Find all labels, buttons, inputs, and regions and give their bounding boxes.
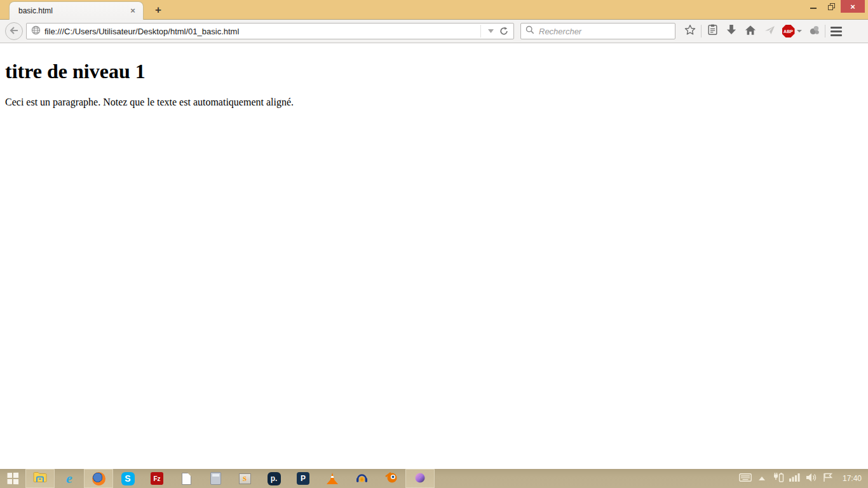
restore-button[interactable] bbox=[822, 0, 841, 13]
adblock-dropdown-icon bbox=[797, 30, 802, 32]
network-status[interactable] bbox=[787, 469, 803, 488]
hidden-icons-arrow bbox=[759, 477, 765, 480]
bookmarks-menu-button[interactable] bbox=[703, 22, 722, 41]
firefox-icon bbox=[92, 472, 105, 485]
downloads-icon bbox=[726, 25, 736, 38]
taskbar-audacity[interactable] bbox=[347, 469, 376, 488]
volume-control[interactable] bbox=[803, 469, 820, 488]
taskbar-krita[interactable] bbox=[405, 469, 435, 488]
star-icon bbox=[684, 24, 696, 38]
bookmarks-icon bbox=[707, 24, 718, 38]
page-paragraph: Ceci est un paragraphe. Notez que le tex… bbox=[5, 97, 863, 108]
power-status[interactable] bbox=[770, 469, 787, 488]
start-button[interactable] bbox=[0, 469, 25, 488]
browser-tab[interactable]: basic.html × bbox=[9, 1, 144, 20]
tab-title: basic.html bbox=[18, 6, 128, 15]
page-heading: titre de niveau 1 bbox=[5, 60, 863, 83]
minimize-icon bbox=[810, 8, 817, 9]
browser-titlebar: basic.html × + × bbox=[0, 0, 868, 20]
processing-icon: p. bbox=[268, 472, 281, 485]
menu-button[interactable] bbox=[827, 22, 846, 41]
document-icon bbox=[182, 473, 191, 485]
taskbar-text-document[interactable] bbox=[172, 469, 201, 488]
desktop-screen: basic.html × + × bbox=[0, 0, 868, 488]
home-icon bbox=[745, 25, 756, 38]
adblock-plus-button[interactable]: ABP bbox=[779, 22, 804, 41]
vlc-icon bbox=[327, 473, 338, 484]
taskbar-filezilla[interactable]: Fz bbox=[142, 469, 172, 488]
urlbar-actions bbox=[480, 25, 511, 37]
new-tab-button[interactable]: + bbox=[150, 4, 166, 18]
taskbar-internet-explorer[interactable]: e bbox=[55, 469, 84, 488]
window-controls: × bbox=[804, 0, 865, 13]
keyboard-icon bbox=[739, 473, 752, 484]
url-bar[interactable] bbox=[26, 23, 514, 39]
minimize-button[interactable] bbox=[804, 0, 822, 13]
restore-icon bbox=[828, 3, 835, 10]
toolbar-separator bbox=[825, 25, 825, 37]
tab-close-icon[interactable]: × bbox=[128, 6, 138, 16]
taskbar-processing[interactable]: p. bbox=[259, 469, 288, 488]
send-icon bbox=[764, 25, 775, 37]
send-tab-button[interactable] bbox=[760, 22, 779, 41]
search-box[interactable] bbox=[520, 23, 675, 39]
downloads-button[interactable] bbox=[722, 22, 741, 41]
windows-logo-icon bbox=[8, 473, 18, 485]
navigation-toolbar: ABP bbox=[0, 20, 868, 43]
taskbar-vlc[interactable] bbox=[318, 469, 347, 488]
file-explorer-icon bbox=[33, 471, 47, 485]
system-tray: 17:40 bbox=[737, 469, 868, 488]
touch-keyboard-button[interactable] bbox=[737, 469, 754, 488]
skype-icon: S bbox=[121, 472, 135, 485]
p-app-icon: P bbox=[297, 472, 309, 485]
urlbar-dropdown-icon[interactable] bbox=[484, 22, 497, 41]
taskbar: e S Fz S p. P bbox=[0, 469, 868, 488]
filezilla-icon: Fz bbox=[151, 472, 163, 485]
home-button[interactable] bbox=[741, 22, 760, 41]
krita-icon bbox=[414, 471, 427, 486]
taskbar-file-explorer[interactable] bbox=[25, 469, 55, 488]
hidden-icons-button[interactable] bbox=[754, 469, 770, 488]
reload-icon[interactable] bbox=[497, 22, 511, 41]
toolbar-separator bbox=[701, 25, 702, 37]
url-input[interactable] bbox=[44, 27, 480, 36]
taskbar-skype[interactable]: S bbox=[113, 469, 142, 488]
power-icon bbox=[773, 472, 784, 485]
back-icon bbox=[10, 25, 18, 37]
page-content: titre de niveau 1 Ceci est un paragraphe… bbox=[0, 43, 868, 469]
taskbar-blender[interactable] bbox=[376, 469, 405, 488]
taskbar-clock[interactable]: 17:40 bbox=[843, 474, 862, 483]
volume-icon bbox=[806, 473, 817, 485]
action-center-button[interactable] bbox=[820, 469, 836, 488]
sublime-text-icon: S bbox=[239, 473, 251, 484]
taskbar-calculator[interactable] bbox=[201, 469, 230, 488]
addon-button[interactable] bbox=[804, 22, 824, 41]
taskbar-p-app[interactable]: P bbox=[288, 469, 318, 488]
action-center-flag-icon bbox=[823, 473, 833, 485]
bookmark-star-button[interactable] bbox=[681, 22, 700, 41]
taskbar-sublime-text[interactable]: S bbox=[230, 469, 259, 488]
addon-icon bbox=[809, 25, 820, 38]
blender-icon bbox=[384, 471, 398, 486]
adblock-icon: ABP bbox=[782, 25, 795, 37]
close-button[interactable]: × bbox=[841, 0, 865, 13]
globe-icon bbox=[31, 25, 41, 37]
taskbar-firefox[interactable] bbox=[84, 469, 113, 488]
audacity-icon bbox=[355, 471, 369, 486]
search-icon bbox=[526, 25, 534, 37]
network-signal-icon bbox=[789, 473, 801, 484]
calculator-icon bbox=[210, 472, 221, 485]
back-button[interactable] bbox=[5, 22, 23, 40]
internet-explorer-icon: e bbox=[66, 472, 72, 485]
menu-icon bbox=[831, 27, 842, 36]
search-input[interactable] bbox=[539, 27, 670, 36]
